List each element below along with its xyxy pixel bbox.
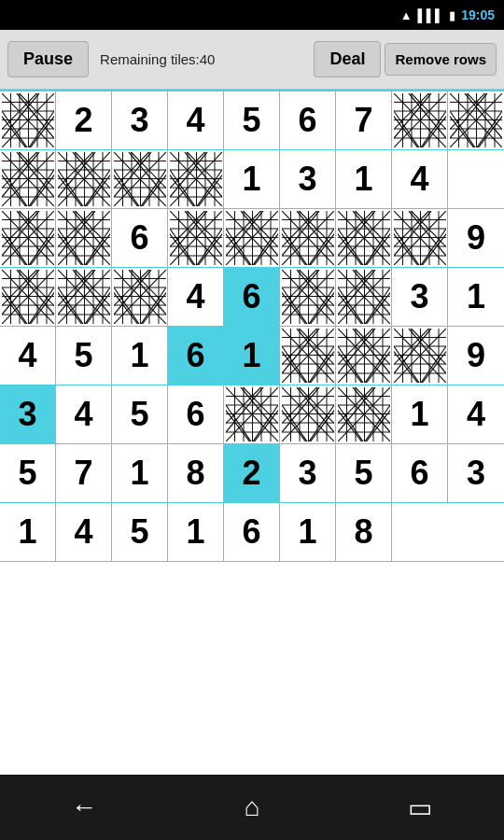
grid-cell[interactable]: 3	[392, 268, 448, 326]
grid-cell[interactable]: 7	[336, 91, 392, 149]
cell-value: 1	[130, 454, 148, 493]
grid-cell[interactable]	[168, 150, 224, 208]
cell-value: 3	[410, 277, 428, 316]
grid-cell[interactable]: 4	[448, 385, 504, 443]
grid-cell[interactable]: 4	[168, 91, 224, 149]
grid-cell[interactable]	[280, 385, 336, 443]
grid-cell[interactable]	[0, 268, 56, 326]
home-button[interactable]: ⌂	[224, 789, 280, 826]
grid-cell[interactable]: 6	[280, 91, 336, 149]
cell-value: 4	[467, 395, 485, 434]
grid-cell[interactable]: 6	[392, 444, 448, 502]
grid-cell[interactable]	[336, 209, 392, 267]
grid-cell[interactable]: 1	[280, 503, 336, 561]
recents-button[interactable]: ▭	[392, 789, 448, 826]
battery-icon: ▮	[449, 8, 455, 22]
grid-cell[interactable]	[392, 209, 448, 267]
grid-cell[interactable]: 5	[0, 444, 56, 502]
grid-cell[interactable]: 4	[56, 385, 112, 443]
cell-value: 6	[298, 101, 316, 140]
grid-cell[interactable]	[224, 385, 280, 443]
grid-cell[interactable]	[336, 268, 392, 326]
cell-value: 6	[410, 454, 428, 493]
grid-cell[interactable]	[448, 150, 504, 208]
remaining-tiles-label: Remaining tiles:40	[89, 51, 314, 67]
grid-cell[interactable]	[112, 150, 168, 208]
grid-cell[interactable]: 8	[168, 444, 224, 502]
signal-icon: ▌▌▌	[418, 8, 444, 22]
grid-cell[interactable]: 4	[392, 150, 448, 208]
grid-cell[interactable]: 4	[168, 268, 224, 326]
grid-cell[interactable]	[0, 91, 56, 149]
cell-value: 3	[298, 160, 316, 199]
grid-cell[interactable]: 4	[0, 327, 56, 385]
grid-row: 234567	[0, 91, 504, 150]
grid-cell[interactable]: 1	[0, 503, 56, 561]
grid-cell[interactable]	[392, 503, 448, 561]
grid-cell[interactable]	[280, 209, 336, 267]
grid-cell[interactable]: 5	[112, 385, 168, 443]
grid-cell[interactable]	[56, 150, 112, 208]
grid-cell[interactable]	[168, 209, 224, 267]
grid-cell[interactable]: 6	[168, 385, 224, 443]
grid-cell[interactable]: 6	[224, 268, 280, 326]
pause-button[interactable]: Pause	[7, 41, 89, 77]
grid-cell[interactable]: 1	[224, 327, 280, 385]
deal-button[interactable]: Deal	[314, 41, 381, 77]
grid-cell[interactable]: 6	[112, 209, 168, 267]
grid-cell[interactable]	[112, 268, 168, 326]
grid-cell[interactable]: 8	[336, 503, 392, 561]
back-button[interactable]: ←	[56, 789, 112, 826]
grid-cell[interactable]: 3	[112, 91, 168, 149]
status-bar: ▲ ▌▌▌ ▮ 19:05	[0, 0, 504, 30]
grid-cell[interactable]: 1	[336, 150, 392, 208]
cell-value: 6	[186, 336, 204, 375]
grid-cell[interactable]	[448, 503, 504, 561]
grid-cell[interactable]: 6	[168, 327, 224, 385]
grid-cell[interactable]	[280, 268, 336, 326]
grid-cell[interactable]: 9	[448, 327, 504, 385]
grid-cell[interactable]: 6	[224, 503, 280, 561]
nav-bar: ← ⌂ ▭	[0, 775, 504, 840]
grid-cell[interactable]	[392, 91, 448, 149]
grid-cell[interactable]	[56, 268, 112, 326]
grid-cell[interactable]: 1	[168, 503, 224, 561]
grid-cell[interactable]	[280, 327, 336, 385]
cell-value: 5	[74, 336, 92, 375]
grid-cell[interactable]	[448, 91, 504, 149]
remove-rows-button[interactable]: Remove rows	[385, 43, 497, 76]
grid-cell[interactable]	[336, 385, 392, 443]
grid-cell[interactable]: 5	[112, 503, 168, 561]
cell-value: 6	[242, 512, 260, 552]
grid-cell[interactable]: 3	[0, 385, 56, 443]
grid-cell[interactable]: 1	[112, 444, 168, 502]
grid-cell[interactable]: 5	[56, 327, 112, 385]
grid-cell[interactable]: 1	[224, 150, 280, 208]
grid-cell[interactable]: 1	[448, 268, 504, 326]
grid-cell[interactable]: 5	[224, 91, 280, 149]
grid-cell[interactable]	[224, 209, 280, 267]
cell-value: 3	[130, 101, 148, 140]
grid-cell[interactable]: 4	[56, 503, 112, 561]
grid-row: 45161	[0, 327, 504, 385]
grid-row: 6	[0, 209, 504, 268]
grid-row: 571823563	[0, 444, 504, 503]
grid-cell[interactable]: 1	[392, 385, 448, 443]
grid-cell[interactable]	[336, 327, 392, 385]
grid-cell[interactable]	[56, 209, 112, 267]
grid-cell[interactable]: 7	[56, 444, 112, 502]
grid-cell[interactable]: 1	[112, 327, 168, 385]
grid-cell[interactable]: 9	[448, 209, 504, 267]
grid-cell[interactable]	[0, 150, 56, 208]
cell-value: 4	[18, 336, 36, 375]
grid-cell[interactable]: 5	[336, 444, 392, 502]
grid-cell[interactable]: 3	[280, 150, 336, 208]
grid-cell[interactable]: 2	[224, 444, 280, 502]
grid-cell[interactable]: 3	[280, 444, 336, 502]
cell-value: 1	[242, 336, 260, 375]
grid-cell[interactable]	[0, 209, 56, 267]
grid-row: 46	[0, 268, 504, 327]
grid-cell[interactable]	[392, 327, 448, 385]
grid-cell[interactable]: 3	[448, 444, 504, 502]
grid-cell[interactable]: 2	[56, 91, 112, 149]
